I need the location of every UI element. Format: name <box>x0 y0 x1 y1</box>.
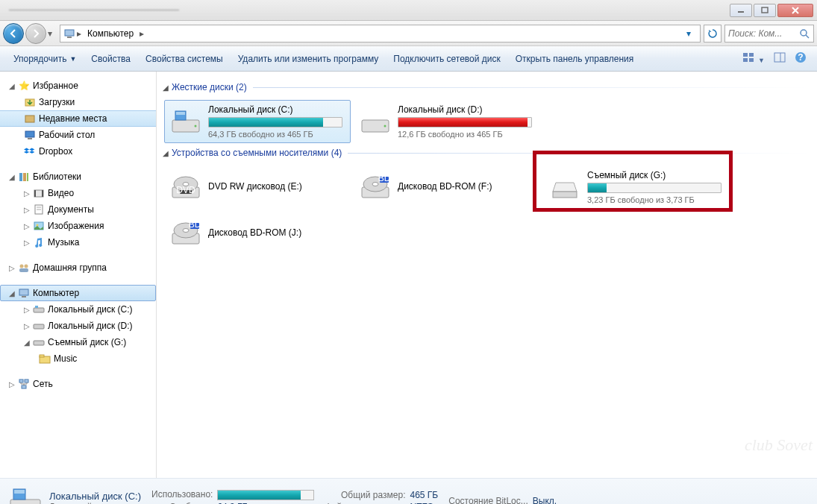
svg-rect-16 <box>25 131 34 137</box>
map-network-drive-button[interactable]: Подключить сетевой диск <box>386 49 507 69</box>
svg-line-5 <box>806 35 809 38</box>
details-bitlocker-value: Выкл. <box>533 496 557 505</box>
breadcrumb[interactable]: ▸ Компьютер ▸ ▾ <box>60 25 701 42</box>
dropbox-icon <box>24 145 36 157</box>
dropbox-node[interactable]: Dropbox <box>0 143 156 160</box>
drive-g-node[interactable]: ◢Съемный диск (G:) <box>0 334 156 350</box>
content-pane: ◢Жесткие диски (2) Локальный диск (C:) 6… <box>157 72 817 478</box>
drive-c-node[interactable]: ▷Локальный диск (C:) <box>0 301 156 318</box>
close-button[interactable] <box>777 4 813 17</box>
picture-icon <box>33 220 45 232</box>
search-input[interactable] <box>728 28 798 39</box>
tree-label: Избранное <box>33 81 78 91</box>
drive-c-item[interactable]: Локальный диск (C:) 64,3 ГБ свободно из … <box>164 100 351 143</box>
recent-places-node[interactable]: Недавние места <box>0 110 156 127</box>
bd-j-drive-item[interactable]: BD Дисковод BD-ROM (J:) <box>164 212 351 255</box>
svg-rect-1 <box>762 7 768 13</box>
bd-icon: BD <box>357 169 393 205</box>
svg-rect-15 <box>25 116 34 122</box>
svg-rect-9 <box>749 58 754 62</box>
favorites-node[interactable]: ◢⭐Избранное <box>0 78 156 94</box>
svg-rect-32 <box>19 289 28 295</box>
details-total-label: Общий размер: <box>325 490 405 500</box>
network-node[interactable]: ▷Сеть <box>0 376 156 392</box>
control-panel-button[interactable]: Открыть панель управления <box>508 49 642 69</box>
window-title-blurred: ——————————————————— <box>9 4 179 15</box>
video-node[interactable]: ▷Видео <box>0 185 156 201</box>
system-properties-button[interactable]: Свойства системы <box>138 49 231 69</box>
music-node[interactable]: ▷Музыка <box>0 234 156 251</box>
svg-rect-42 <box>22 385 26 388</box>
forward-button[interactable] <box>25 23 46 44</box>
view-options-icon[interactable]: ▼ <box>738 49 769 68</box>
dvd-drive-item[interactable]: DVD DVD RW дисковод (E:) <box>164 166 351 209</box>
details-fs-value: NTFS <box>410 502 438 505</box>
svg-rect-65 <box>10 500 40 505</box>
tree-label: Музыка <box>48 237 79 248</box>
svg-rect-8 <box>743 58 748 62</box>
drive-name: DVD RW дисковод (E:) <box>208 181 347 192</box>
breadcrumb-arrow-icon[interactable]: ▸ <box>75 28 83 39</box>
drive-d-node[interactable]: ▷Локальный диск (D:) <box>0 318 156 334</box>
svg-rect-22 <box>34 190 36 197</box>
tree-label: Съемный диск (G:) <box>48 337 126 347</box>
preview-pane-icon[interactable] <box>769 49 790 68</box>
breadcrumb-item[interactable]: Компьютер <box>83 28 138 39</box>
search-box[interactable] <box>724 25 814 42</box>
bd-f-drive-item[interactable]: BD Дисковод BD-ROM (F:) <box>354 166 540 209</box>
star-icon: ⭐ <box>18 80 30 92</box>
svg-rect-6 <box>743 53 748 57</box>
desktop-icon <box>24 129 36 141</box>
svg-rect-45 <box>176 112 185 115</box>
properties-button[interactable]: Свойства <box>84 49 138 69</box>
breadcrumb-dropdown-icon[interactable]: ▾ <box>680 25 697 42</box>
drive-icon <box>33 303 45 315</box>
drive-name: Локальный диск (C:) <box>208 104 347 115</box>
drive-free-text: 12,6 ГБ свободно из 465 ГБ <box>398 130 536 139</box>
libraries-node[interactable]: ◢Библиотеки <box>0 168 156 185</box>
tree-label: Компьютер <box>33 288 79 298</box>
maximize-button[interactable] <box>754 4 776 17</box>
drive-icon <box>33 336 45 348</box>
details-fs-label: Файловая система: <box>325 502 405 505</box>
drive-icon <box>33 320 45 332</box>
back-button[interactable] <box>3 23 24 44</box>
svg-rect-0 <box>738 11 744 13</box>
computer-node[interactable]: ◢Компьютер <box>0 285 156 301</box>
svg-text:DVD: DVD <box>176 185 195 195</box>
homegroup-node[interactable]: ▷Домашняя группа <box>0 259 156 276</box>
network-icon <box>18 378 30 390</box>
navigation-bar: ▾ ▸ Компьютер ▸ ▾ <box>0 21 817 46</box>
tree-label: Документы <box>48 204 94 215</box>
uninstall-program-button[interactable]: Удалить или изменить программу <box>231 49 386 69</box>
drive-d-item[interactable]: Локальный диск (D:) 12,6 ГБ свободно из … <box>354 100 540 143</box>
navigation-tree: ◢⭐Избранное Загрузки Недавние места Рабо… <box>0 72 157 478</box>
help-icon[interactable]: ? <box>790 48 811 69</box>
minimize-button[interactable] <box>730 4 752 17</box>
details-total-value: 465 ГБ <box>410 490 438 500</box>
group-title: Устройства со съемными носителями (4) <box>172 148 342 158</box>
computer-icon <box>18 287 30 299</box>
refresh-button[interactable] <box>704 25 721 42</box>
music-folder-node[interactable]: Music <box>0 350 156 367</box>
svg-rect-36 <box>34 324 44 329</box>
svg-rect-10 <box>774 53 785 62</box>
group-hard-drives[interactable]: ◢Жесткие диски (2) <box>163 82 811 92</box>
documents-node[interactable]: ▷Документы <box>0 201 156 218</box>
capacity-bar <box>398 117 532 127</box>
breadcrumb-arrow-icon[interactable]: ▸ <box>138 28 145 39</box>
search-icon[interactable] <box>798 28 810 40</box>
desktop-node[interactable]: Рабочий стол <box>0 127 156 143</box>
drive-name: Дисковод BD-ROM (J:) <box>208 227 347 238</box>
organize-menu[interactable]: Упорядочить ▼ <box>6 49 84 69</box>
dvd-icon: DVD <box>168 169 204 205</box>
downloads-node[interactable]: Загрузки <box>0 94 156 110</box>
tree-label: Локальный диск (C:) <box>48 304 133 315</box>
pictures-node[interactable]: ▷Изображения <box>0 218 156 234</box>
svg-rect-19 <box>23 173 26 181</box>
history-dropdown-icon[interactable]: ▾ <box>48 28 52 39</box>
group-title: Жесткие диски (2) <box>172 82 247 92</box>
tree-label: Видео <box>48 188 74 198</box>
details-used-label: Использовано: <box>151 489 213 500</box>
drive-free-text: 64,3 ГБ свободно из 465 ГБ <box>208 130 347 139</box>
